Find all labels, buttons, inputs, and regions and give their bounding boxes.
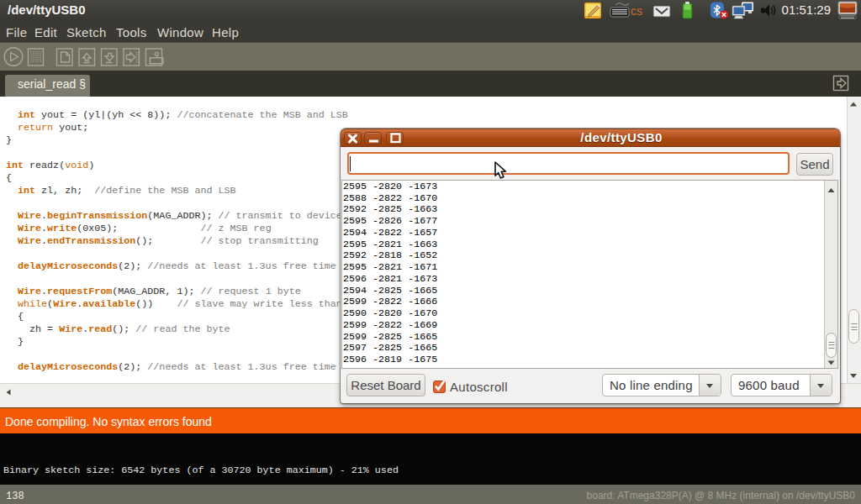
svg-text:cs: cs [631,4,642,18]
